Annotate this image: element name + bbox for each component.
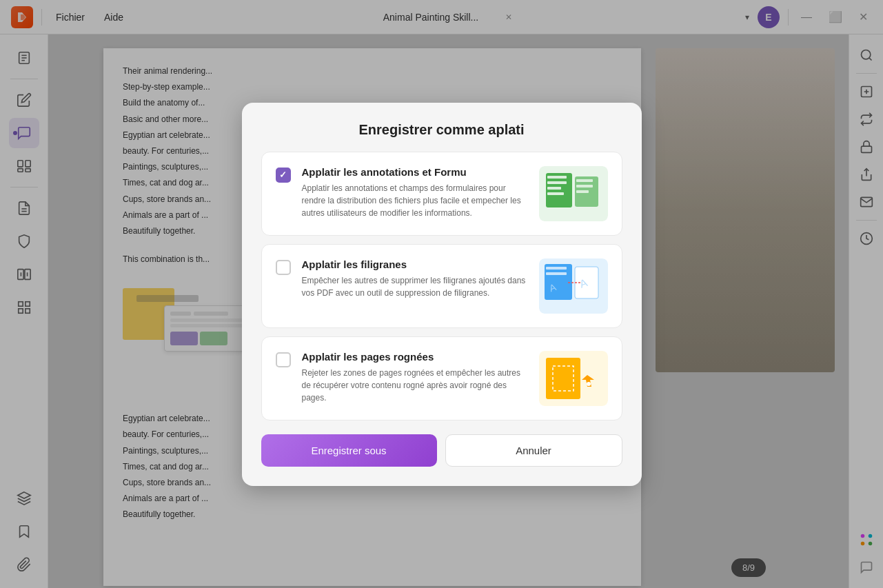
option-checkbox-1[interactable] [276, 168, 291, 183]
svg-rect-37 [576, 185, 593, 187]
option-content-2: Applatir les filigranes Empêcher les aut… [302, 258, 528, 299]
svg-point-51 [587, 382, 591, 386]
svg-rect-41 [546, 267, 567, 270]
option-content-3: Applatir les pages rognées Rejeter les z… [302, 351, 528, 404]
option-desc-1: Applatir les annotations et champs des f… [302, 182, 528, 219]
option-checkbox-3[interactable] [276, 352, 291, 367]
cancel-button[interactable]: Annuler [445, 434, 622, 467]
svg-rect-33 [547, 187, 561, 190]
option-image-1 [539, 166, 608, 221]
save-button[interactable]: Enregistrer sous [261, 434, 437, 467]
dialog-title: Enregistrer comme aplati [261, 122, 622, 138]
svg-rect-31 [547, 176, 567, 179]
option-image-3 [539, 351, 608, 406]
option-title-3: Applatir les pages rognées [302, 351, 528, 363]
option-title-1: Applatir les annotations et Formu [302, 166, 528, 178]
svg-rect-34 [547, 192, 564, 195]
svg-rect-36 [576, 179, 593, 182]
svg-rect-32 [547, 181, 567, 184]
option-image-2: A A [539, 258, 608, 314]
option-card-1: Applatir les annotations et Formu Applat… [261, 152, 622, 236]
svg-rect-42 [546, 272, 567, 275]
option-desc-3: Rejeter les zones de pages rognées et em… [302, 367, 528, 404]
option-card-3: Applatir les pages rognées Rejeter les z… [261, 336, 622, 420]
option-desc-2: Empêcher les autres de supprimer les fil… [302, 274, 528, 299]
dialog: Enregistrer comme aplati Applatir les an… [242, 103, 642, 486]
svg-rect-38 [576, 190, 589, 193]
option-card-2: Applatir les filigranes Empêcher les aut… [261, 244, 622, 328]
svg-rect-48 [546, 358, 580, 399]
dialog-overlay: Enregistrer comme aplati Applatir les an… [0, 0, 883, 588]
option-checkbox-2[interactable] [276, 260, 291, 275]
option-title-2: Applatir les filigranes [302, 258, 528, 270]
option-content-1: Applatir les annotations et Formu Applat… [302, 166, 528, 219]
dialog-buttons: Enregistrer sous Annuler [261, 434, 622, 467]
